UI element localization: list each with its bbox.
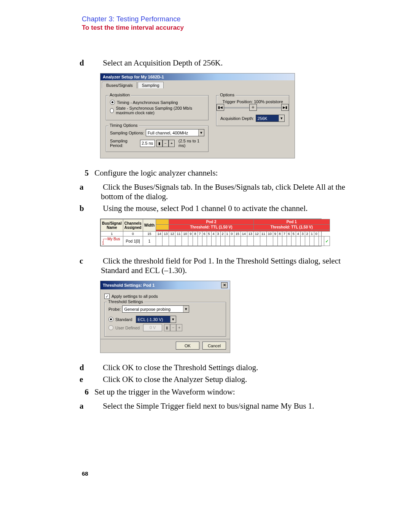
pod1-header: Pod 1 bbox=[253, 219, 330, 225]
probe-combo[interactable]: General purpose probing ▾ bbox=[122, 305, 189, 313]
slider-end-icon[interactable]: ▶▮ bbox=[281, 104, 289, 111]
step-number: 6 bbox=[82, 387, 89, 397]
channel-cell[interactable] bbox=[234, 236, 241, 246]
channel-cell[interactable] bbox=[247, 236, 253, 246]
channel-cell[interactable] bbox=[300, 236, 305, 246]
sampling-period-input[interactable]: 2.5 ns bbox=[140, 140, 155, 147]
step-5: 5 Configure the logic analyzer channels: bbox=[82, 168, 365, 178]
ud-unit-button[interactable]: ▮ bbox=[164, 324, 170, 331]
channel-number: 12 bbox=[169, 232, 175, 236]
channel-cell[interactable] bbox=[273, 236, 277, 246]
close-icon[interactable]: ✕ bbox=[221, 282, 228, 288]
channel-cell[interactable] bbox=[305, 236, 309, 246]
user-defined-input[interactable]: 0 V bbox=[143, 324, 162, 331]
sampling-options-combo[interactable]: Full channel, 400MHz ▾ bbox=[146, 129, 204, 136]
bus-row-name[interactable]: ┌─My Bus 1 bbox=[101, 236, 123, 246]
channel-cell[interactable] bbox=[220, 236, 225, 246]
channel-cell[interactable] bbox=[260, 236, 266, 246]
channel-cell[interactable]: ✓ bbox=[324, 236, 330, 246]
ok-button[interactable]: OK bbox=[176, 342, 199, 350]
channel-cell[interactable] bbox=[309, 236, 314, 246]
period-plus-button[interactable]: + bbox=[169, 140, 175, 147]
channel-cell[interactable] bbox=[216, 236, 220, 246]
channel-cell[interactable] bbox=[319, 236, 321, 246]
channel-cell[interactable] bbox=[241, 236, 247, 246]
channel-number: 11 bbox=[260, 232, 266, 236]
channel-cell[interactable] bbox=[321, 236, 324, 246]
channel-number: 6 bbox=[287, 232, 291, 236]
channel-cell[interactable] bbox=[282, 236, 287, 246]
channel-number: 14 bbox=[156, 232, 162, 236]
page-number: 68 bbox=[82, 470, 365, 477]
window-titlebar: Analyzer Setup for My 1682D-1 bbox=[100, 73, 295, 80]
step-text: Set up the trigger in the Waveform windo… bbox=[94, 387, 235, 396]
channel-cell[interactable] bbox=[314, 236, 319, 246]
pod2-threshold[interactable]: Threshold: TTL (1.50 V) bbox=[169, 225, 253, 230]
step-text: Click the threshold field for Pod 1. In … bbox=[101, 256, 341, 275]
channel-cell[interactable] bbox=[169, 236, 175, 246]
trigger-position-slider[interactable]: ▮◀ ✛ ▶▮ bbox=[220, 107, 285, 109]
radio-timing-async[interactable]: Timing - Asynchronous Sampling bbox=[110, 100, 204, 105]
pod1-threshold[interactable]: Threshold: TTL (1.50 V) bbox=[253, 225, 330, 230]
channel-grid: Bus/Signal Name Channels Assigned Width … bbox=[100, 219, 322, 246]
radio-standard[interactable]: Standard ECL (-1.30 V) ▾ bbox=[108, 316, 222, 323]
slider-center-icon[interactable]: ✛ bbox=[249, 104, 257, 111]
acquisition-group: Acquisition Timing - Asynchronous Sampli… bbox=[106, 95, 209, 120]
standard-value-combo[interactable]: ECL (-1.30 V) ▾ bbox=[136, 316, 176, 323]
channel-cell[interactable] bbox=[162, 236, 169, 246]
probe-label: Probe: bbox=[108, 307, 121, 312]
channel-number: 7 bbox=[282, 232, 287, 236]
threshold-settings-window: Threshold Settings: Pod 1 ✕ ✓ Apply sett… bbox=[100, 281, 230, 353]
tab-sampling[interactable]: Sampling bbox=[138, 82, 164, 88]
period-unit-button[interactable]: ▮ bbox=[156, 140, 162, 147]
checkbox-apply-all[interactable]: ✓ Apply settings to all pods bbox=[104, 294, 226, 299]
period-minus-button[interactable]: − bbox=[162, 140, 169, 147]
ud-plus-button[interactable]: + bbox=[176, 324, 182, 331]
chevron-down-icon: ▾ bbox=[279, 115, 284, 121]
threshold-legend: Threshold Settings bbox=[107, 299, 144, 304]
options-legend: Options bbox=[219, 93, 236, 97]
channel-cell[interactable] bbox=[156, 236, 162, 246]
step-6: 6 Set up the trigger in the Waveform win… bbox=[82, 387, 365, 397]
sampling-options-label: Sampling Options: bbox=[110, 131, 144, 135]
timing-legend: Timing Options bbox=[108, 123, 139, 128]
step-text: Click OK to close the Threshold Settings… bbox=[103, 363, 258, 372]
channel-cell[interactable] bbox=[253, 236, 260, 246]
options-group: Options Trigger Position: 100% poststore… bbox=[216, 95, 289, 126]
channel-cell[interactable] bbox=[198, 236, 202, 246]
channel-cell[interactable] bbox=[193, 236, 198, 246]
analyzer-setup-window: Analyzer Setup for My 1682D-1 Buses/Sign… bbox=[100, 73, 295, 158]
channel-cell[interactable] bbox=[291, 236, 296, 246]
step-letter: a bbox=[90, 401, 97, 411]
channel-cell[interactable] bbox=[277, 236, 282, 246]
channel-cell[interactable] bbox=[211, 236, 216, 246]
channel-cell[interactable] bbox=[175, 236, 182, 246]
slider-start-icon[interactable]: ▮◀ bbox=[217, 104, 224, 111]
step-text: Using the mouse, select Pod 1 channel 0 … bbox=[103, 204, 307, 213]
channel-cell[interactable] bbox=[296, 236, 300, 246]
window-title: Analyzer Setup for My 1682D-1 bbox=[103, 75, 164, 79]
channel-cell[interactable] bbox=[229, 236, 234, 246]
channel-number: 8 bbox=[193, 232, 198, 236]
radio-state-sync[interactable]: State - Synchronous Sampling (200 Mb/s m… bbox=[110, 106, 204, 115]
cancel-button[interactable]: Cancel bbox=[202, 342, 226, 350]
acq-depth-combo[interactable]: 256K ▾ bbox=[256, 115, 285, 122]
channel-cell[interactable] bbox=[287, 236, 291, 246]
tab-buses-signals[interactable]: Buses/Signals bbox=[102, 82, 137, 88]
channel-cell[interactable] bbox=[225, 236, 229, 246]
channel-cell[interactable] bbox=[188, 236, 193, 246]
channel-cell[interactable] bbox=[182, 236, 188, 246]
acq-depth-label: Acquisition Depth: bbox=[220, 116, 254, 121]
user-defined-label: User Defined bbox=[115, 326, 140, 330]
channel-cell[interactable] bbox=[207, 236, 211, 246]
channel-cell[interactable] bbox=[202, 236, 207, 246]
channel-cell[interactable] bbox=[266, 236, 273, 246]
step-5c: c Click the threshold field for Pod 1. I… bbox=[90, 256, 365, 275]
ud-minus-button[interactable]: − bbox=[170, 324, 176, 331]
step-5d: d Click OK to close the Threshold Settin… bbox=[90, 363, 365, 372]
section-title: To test the time interval accuracy bbox=[82, 24, 365, 32]
channel-number: 3 bbox=[300, 232, 305, 236]
standard-value: ECL (-1.30 V) bbox=[138, 317, 170, 322]
channel-number: 9 bbox=[273, 232, 277, 236]
radio-user-defined[interactable]: User Defined 0 V ▮ − + bbox=[108, 324, 222, 331]
